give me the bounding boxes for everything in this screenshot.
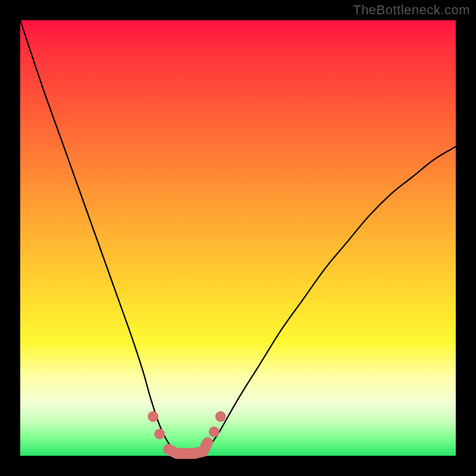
chart-frame: TheBottleneck.com [0, 0, 476, 476]
marker-dot [215, 411, 226, 422]
bottleneck-curve [20, 20, 456, 456]
marker-dot [209, 427, 220, 437]
marker-dots [148, 411, 226, 448]
marker-dot [148, 411, 158, 422]
marker-dot [202, 437, 213, 448]
chart-svg [20, 20, 456, 456]
marker-line [168, 443, 208, 453]
marker-dot [154, 428, 165, 439]
plot-area [20, 20, 456, 456]
watermark-text: TheBottleneck.com [353, 2, 470, 18]
